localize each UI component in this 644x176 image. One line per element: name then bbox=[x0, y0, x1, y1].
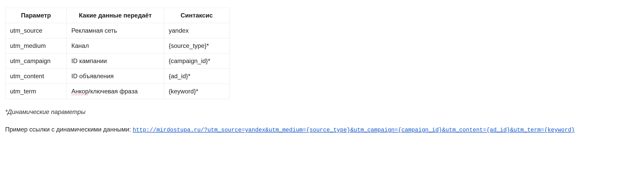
cell-param: utm_medium bbox=[5, 38, 67, 54]
example-prefix: Пример ссылки с динамическими данными: bbox=[5, 126, 133, 133]
utm-table: Параметр Какие данные передаёт Синтаксис… bbox=[5, 8, 230, 99]
cell-syntax: {source_type}* bbox=[164, 38, 230, 54]
cell-param: utm_term bbox=[5, 84, 67, 99]
table-row: utm_term Анкор/ключевая фраза {keyword}* bbox=[5, 84, 230, 99]
header-param: Параметр bbox=[5, 8, 67, 23]
page: Параметр Какие данные передаёт Синтаксис… bbox=[0, 0, 644, 176]
cell-data: ID объявления bbox=[67, 69, 164, 84]
table-row: utm_campaign ID кампании {campaign_id}* bbox=[5, 54, 230, 69]
cell-syntax: yandex bbox=[164, 23, 230, 38]
cell-syntax: {campaign_id}* bbox=[164, 54, 230, 69]
cell-data-post: ID кампании bbox=[71, 57, 107, 64]
cell-data-post: ID объявления bbox=[71, 73, 114, 80]
cell-syntax: {keyword}* bbox=[164, 84, 230, 99]
cell-data: Канал bbox=[67, 38, 164, 54]
cell-data: Рекламная сеть bbox=[67, 23, 164, 38]
example-link[interactable]: http://mirdostupa.ru/?utm_source=yandex&… bbox=[133, 127, 575, 133]
cell-param: utm_content bbox=[5, 69, 67, 84]
cell-data: Анкор/ключевая фраза bbox=[67, 84, 164, 99]
cell-param: utm_campaign bbox=[5, 54, 67, 69]
cell-data: ID кампании bbox=[67, 54, 164, 69]
cell-param: utm_source bbox=[5, 23, 67, 38]
cell-data-post: Канал bbox=[71, 42, 89, 49]
cell-data-spell: Анкор bbox=[71, 88, 89, 95]
cell-data-post: Рекламная сеть bbox=[71, 27, 117, 34]
example-line: Пример ссылки с динамическими данными: h… bbox=[5, 126, 639, 133]
table-row: utm_medium Канал {source_type}* bbox=[5, 38, 230, 54]
table-header-row: Параметр Какие данные передаёт Синтаксис bbox=[5, 8, 230, 23]
cell-syntax: {ad_id}* bbox=[164, 69, 230, 84]
table-row: utm_source Рекламная сеть yandex bbox=[5, 23, 230, 38]
header-syntax: Синтаксис bbox=[164, 8, 230, 23]
table-row: utm_content ID объявления {ad_id}* bbox=[5, 69, 230, 84]
cell-data-post: /ключевая фраза bbox=[89, 88, 138, 95]
footnote: *Динамические параметры bbox=[5, 108, 639, 116]
header-data: Какие данные передаёт bbox=[67, 8, 164, 23]
